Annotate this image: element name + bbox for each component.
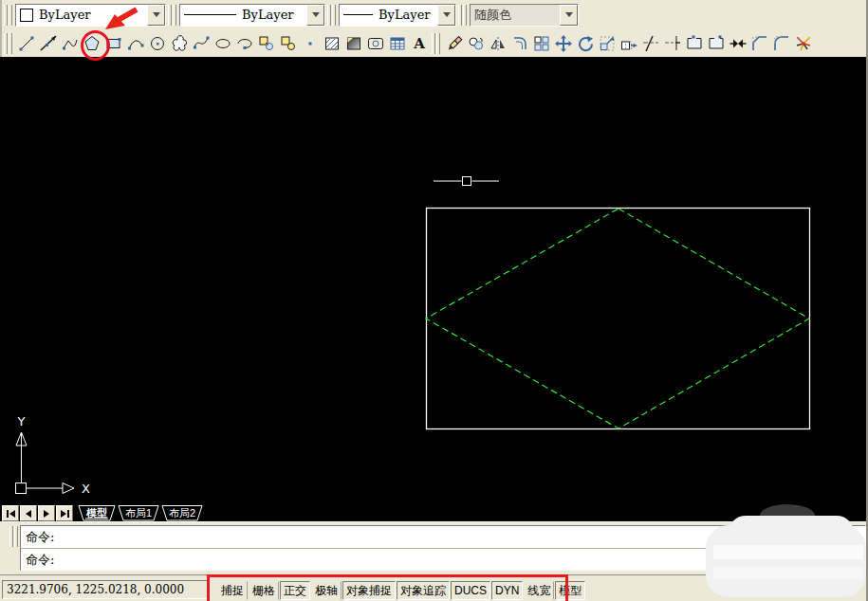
scale-icon[interactable] [596, 32, 618, 55]
multiline-text-icon[interactable]: A [408, 32, 430, 55]
explode-icon[interactable] [792, 32, 814, 55]
tab-模型[interactable]: 模型 [79, 506, 115, 521]
drawing-canvas[interactable]: YX [0, 57, 868, 505]
lineweight-combo-value: ByLayer [379, 8, 431, 22]
mirror-icon[interactable] [487, 32, 508, 55]
watermark-blob [713, 567, 863, 579]
watermark-blob [706, 525, 866, 597]
make-block-icon[interactable] [277, 32, 299, 55]
break-at-point-icon[interactable] [683, 32, 705, 55]
plotstyle-combo-value: 随颜色 [474, 7, 511, 24]
color-combo-value: ByLayer [39, 8, 91, 22]
next-tab-button[interactable] [38, 505, 55, 521]
ellipse-arc-icon[interactable] [233, 32, 255, 55]
last-tab-button[interactable] [56, 505, 73, 521]
stretch-icon[interactable] [618, 32, 639, 55]
array-icon[interactable] [530, 32, 552, 55]
draw-modify-toolbar: A [0, 29, 868, 58]
join-icon[interactable] [727, 32, 748, 55]
ucs-icon: YX [16, 414, 91, 496]
linetype-sample [184, 14, 236, 15]
toolbar-grip[interactable] [327, 5, 336, 26]
color-swatch [20, 9, 33, 22]
polyline-icon[interactable] [59, 32, 81, 55]
svg-text:模型: 模型 [85, 507, 107, 519]
offset-icon[interactable] [508, 32, 530, 55]
erase-icon[interactable] [443, 32, 465, 55]
toolbar-grip[interactable] [168, 5, 176, 26]
svg-text:布局1: 布局1 [125, 507, 152, 519]
crosshair-cursor [434, 177, 499, 186]
toolbar-grip[interactable] [4, 5, 12, 26]
layout-tabs: 模型布局1布局2 [73, 505, 215, 521]
drawn-diamond [426, 209, 809, 428]
circle-icon[interactable] [146, 32, 168, 55]
table-icon[interactable] [386, 32, 408, 55]
toolbar-grip[interactable] [458, 5, 467, 26]
chamfer-icon[interactable] [748, 32, 770, 55]
break-icon[interactable] [705, 32, 727, 55]
spline-icon[interactable] [190, 32, 212, 55]
svg-text:Y: Y [17, 414, 26, 428]
extend-icon[interactable] [661, 32, 683, 55]
arc-icon[interactable] [124, 32, 146, 55]
drawn-rectangle [427, 209, 810, 429]
annotation-arrow [98, 4, 141, 32]
color-combo[interactable]: ByLayer [15, 4, 166, 27]
toolbar-grip[interactable] [4, 33, 12, 54]
revision-cloud-icon[interactable] [168, 32, 190, 55]
chevron-down-icon[interactable] [437, 5, 455, 26]
move-icon[interactable] [552, 32, 574, 55]
construction-line-icon[interactable] [37, 32, 59, 55]
tab-布局2[interactable]: 布局2 [162, 506, 202, 521]
previous-tab-button[interactable] [20, 505, 37, 521]
svg-text:布局2: 布局2 [169, 507, 195, 519]
line-icon[interactable] [15, 32, 37, 55]
watermark-blob [713, 545, 863, 559]
lineweight-sample [343, 14, 373, 15]
copy-icon[interactable] [465, 32, 487, 55]
chevron-down-icon[interactable] [306, 5, 324, 26]
fillet-icon[interactable] [770, 32, 792, 55]
ellipse-icon[interactable] [212, 32, 233, 55]
first-tab-button[interactable] [2, 505, 19, 521]
coordinate-readout[interactable]: 3221.9706, 1225.0218, 0.0000 [2, 580, 209, 599]
annotation-circle-polygon-tool [81, 30, 110, 61]
tab-布局1[interactable]: 布局1 [119, 506, 158, 521]
tab-scroll-buttons [2, 505, 73, 521]
svg-text:A: A [413, 35, 425, 52]
svg-text:X: X [82, 482, 90, 496]
insert-block-icon[interactable] [255, 32, 277, 55]
linetype-combo[interactable]: ByLayer [179, 4, 325, 27]
rotate-icon[interactable] [574, 32, 596, 55]
trim-icon[interactable] [639, 32, 661, 55]
command-window-grip[interactable] [9, 526, 18, 547]
gradient-icon[interactable] [342, 32, 364, 55]
toolbar-grip[interactable] [432, 33, 440, 54]
chevron-down-icon[interactable] [147, 5, 165, 26]
linetype-combo-value: ByLayer [242, 8, 294, 22]
point-icon[interactable] [299, 32, 321, 55]
annotation-box-status-toggles [207, 574, 568, 601]
lineweight-combo[interactable]: ByLayer [339, 4, 456, 27]
region-icon[interactable] [364, 32, 386, 55]
hatch-icon[interactable] [321, 32, 342, 55]
chevron-down-icon[interactable] [560, 5, 578, 26]
plotstyle-combo[interactable]: 随颜色 [470, 4, 579, 27]
